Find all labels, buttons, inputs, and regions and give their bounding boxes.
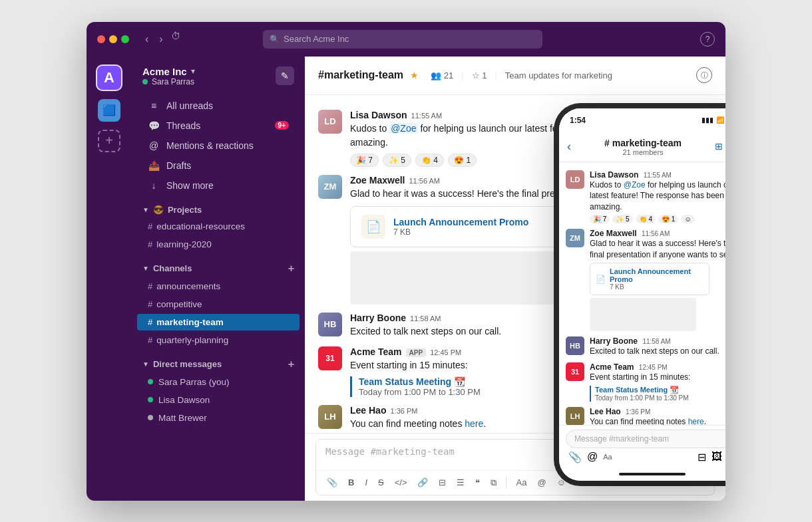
mobile-msg-header: Acme Team 12:45 PM — [590, 362, 690, 372]
mobile-msg-text: Kudos to @Zoe for helping us launch our … — [590, 180, 725, 213]
fullscreen-button[interactable] — [121, 35, 129, 43]
mobile-msg-header: Zoe Maxwell 11:56 AM — [590, 229, 725, 238]
channel-item-quarterly-planning[interactable]: # quarterly-planning — [137, 332, 300, 348]
app-badge: APP — [406, 348, 427, 357]
block-quote-button[interactable]: ❝ — [471, 475, 484, 490]
chat-header: #marketing-team ★ 👥 21 | ☆ 1 | Team upda… — [305, 57, 725, 95]
online-status-dot — [142, 79, 148, 84]
code-button[interactable]: </> — [391, 475, 411, 490]
close-button[interactable] — [97, 35, 105, 43]
dm-item-lisa[interactable]: Lisa Dawson — [137, 392, 300, 408]
online-dot — [148, 397, 153, 402]
channels-section-header[interactable]: ▼ Channels + — [132, 253, 305, 277]
help-button[interactable]: ? — [700, 32, 715, 47]
channel-item-announcements[interactable]: # announcements — [137, 278, 300, 295]
dm-name: Sara Parras (you) — [158, 377, 230, 387]
dm-item-matt[interactable]: Matt Brewer — [137, 410, 300, 426]
dm-section-header[interactable]: ▼ Direct messages + — [132, 349, 305, 373]
member-count: 👥 21 — [431, 70, 453, 80]
mobile-msg-time: 11:56 AM — [642, 230, 670, 237]
compose-button[interactable]: ✎ — [276, 66, 294, 85]
link-button[interactable]: 🔗 — [413, 475, 432, 490]
attach-button[interactable]: 📎 — [323, 475, 341, 490]
mobile-file-name[interactable]: Launch Announcement Promo — [610, 267, 704, 283]
hash-icon: # — [148, 221, 152, 231]
channel-item-marketing-team[interactable]: # marketing-team — [137, 314, 300, 330]
mobile-attach-icon[interactable]: 📎 — [568, 451, 582, 463]
mobile-input-toolbar: 📎 @ Aa ⊟ 🖼 ➤ — [566, 451, 725, 463]
mobile-reaction-item[interactable]: 🎉 7 — [590, 215, 610, 223]
mobile-overlay: 1:54 ▮▮▮ 📶 🔋 ‹ # marketing-team 21 membe… — [559, 108, 725, 481]
username-label: Sara Parras — [152, 77, 194, 86]
channel-item-educational-resources[interactable]: # educational-resources — [137, 218, 300, 235]
mobile-reaction-item[interactable]: ✨ 5 — [612, 215, 632, 223]
reaction-item[interactable]: 😍 1 — [448, 154, 477, 167]
minimize-button[interactable] — [109, 35, 117, 43]
channels-label: Channels — [153, 263, 192, 273]
channel-info-button[interactable]: ⓘ — [696, 67, 712, 83]
mobile-video-icon[interactable]: ⊞ — [715, 141, 723, 153]
italic-button[interactable]: I — [361, 475, 371, 490]
mobile-msg-author: Lisa Dawson — [590, 170, 638, 180]
mobile-gif-icon[interactable]: 🖼 — [711, 451, 722, 463]
channel-meta: 👥 21 | ☆ 1 | Team updates for marketing — [431, 70, 612, 80]
templates-button[interactable]: ⧉ — [487, 475, 501, 491]
mobile-sticker-icon[interactable]: ⊟ — [698, 451, 706, 463]
file-name[interactable]: Launch Announcement Promo — [393, 217, 578, 227]
text-size-button[interactable]: Aa — [512, 475, 530, 490]
mobile-meeting-notes-link[interactable]: here — [688, 417, 704, 424]
drafts-label: Drafts — [166, 160, 191, 171]
channel-star-icon[interactable]: ★ — [410, 70, 419, 80]
add-channel-button[interactable]: + — [288, 263, 294, 275]
avatar: LH — [318, 405, 342, 429]
workspace-icon-primary[interactable]: A — [96, 65, 122, 91]
mention-button[interactable]: @ — [533, 475, 550, 490]
search-bar[interactable]: 🔍 — [263, 30, 542, 49]
nav-item-drafts[interactable]: 📤 Drafts — [137, 156, 300, 175]
workspace-icon-secondary[interactable]: 🟦 — [98, 99, 120, 122]
mobile-back-button[interactable]: ‹ — [567, 140, 571, 154]
nav-item-threads[interactable]: 💬 Threads 9+ — [137, 116, 300, 135]
mobile-event-title[interactable]: Team Status Meeting 📆 — [595, 386, 690, 394]
add-dm-button[interactable]: + — [288, 358, 294, 370]
mention[interactable]: @Zoe — [389, 123, 417, 134]
add-workspace-button[interactable]: + — [98, 130, 120, 152]
back-button[interactable]: ‹ — [142, 31, 151, 48]
mobile-text-size-icon[interactable]: Aa — [603, 453, 612, 461]
nav-item-show-more[interactable]: ↓ Show more — [137, 176, 300, 195]
nav-item-mentions[interactable]: @ Mentions & reactions — [137, 136, 300, 155]
ordered-list-button[interactable]: ⊟ — [435, 475, 450, 490]
bold-button[interactable]: B — [344, 475, 358, 490]
mobile-mention[interactable]: @Zoe — [624, 180, 646, 190]
meeting-notes-link[interactable]: here — [465, 418, 483, 429]
mobile-message-content: Acme Team 12:45 PM Event starting in 15 … — [590, 362, 690, 402]
projects-section-header[interactable]: ▼ 😎 Projects — [132, 196, 305, 217]
history-button[interactable]: ⏱ — [171, 31, 180, 48]
mobile-reaction-item[interactable]: 👏 4 — [636, 215, 656, 223]
workspace-header[interactable]: Acme Inc ▾ Sara Parras ✎ — [132, 57, 305, 96]
mobile-avatar: LD — [566, 170, 584, 189]
reaction-item[interactable]: 🎉 7 — [350, 154, 379, 167]
emoji-button[interactable]: ☺ — [553, 475, 570, 490]
reaction-item[interactable]: ✨ 5 — [383, 154, 411, 167]
hash-icon: # — [148, 281, 152, 291]
reaction-item[interactable]: 👏 4 — [415, 154, 444, 167]
mobile-message-input[interactable]: Message #marketing-team — [566, 430, 725, 448]
mobile-reaction-item[interactable]: 😍 1 — [658, 215, 678, 223]
message-time: 1:36 PM — [390, 407, 417, 415]
message-time: 11:56 AM — [409, 177, 439, 185]
strikethrough-button[interactable]: S — [374, 475, 388, 490]
bullet-list-button[interactable]: ☰ — [453, 475, 469, 490]
mobile-mention-icon[interactable]: @ — [587, 451, 598, 463]
channel-label: competitive — [156, 299, 202, 309]
channel-item-competitive[interactable]: # competitive — [137, 296, 300, 313]
nav-item-all-unreads[interactable]: ≡ All unreads — [137, 96, 300, 115]
mobile-reaction-item[interactable]: ☺ — [681, 215, 694, 223]
channel-item-learning-2020[interactable]: # learning-2020 — [137, 236, 300, 253]
forward-button[interactable]: › — [156, 31, 165, 48]
title-bar: ‹ › ⏱ 🔍 ? — [87, 22, 725, 57]
search-input[interactable] — [284, 34, 536, 44]
mentions-label: Mentions & reactions — [166, 140, 254, 151]
avatar: 31 — [318, 346, 342, 370]
dm-item-sara[interactable]: Sara Parras (you) — [137, 374, 300, 390]
